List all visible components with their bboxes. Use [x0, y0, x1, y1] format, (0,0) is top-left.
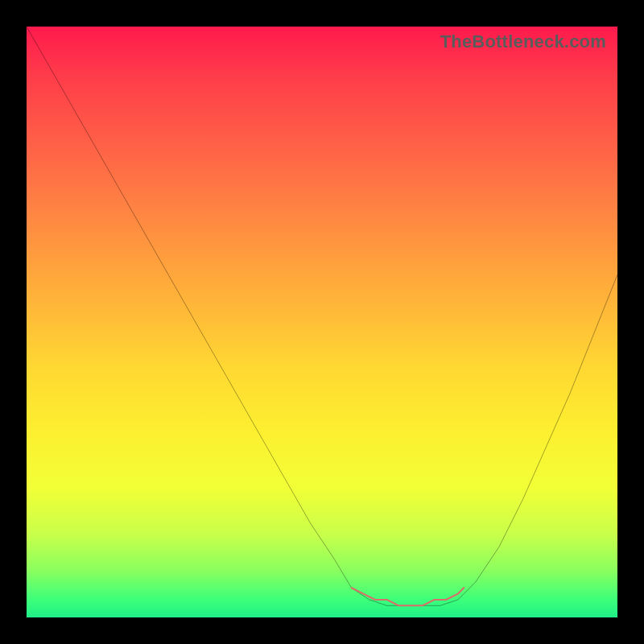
chart-svg [27, 27, 617, 617]
bottom-highlight [352, 588, 464, 605]
plot-area: TheBottleneck.com [27, 27, 617, 617]
chart-frame: TheBottleneck.com [0, 0, 644, 644]
main-curve [27, 27, 617, 605]
watermark-label: TheBottleneck.com [440, 31, 606, 52]
